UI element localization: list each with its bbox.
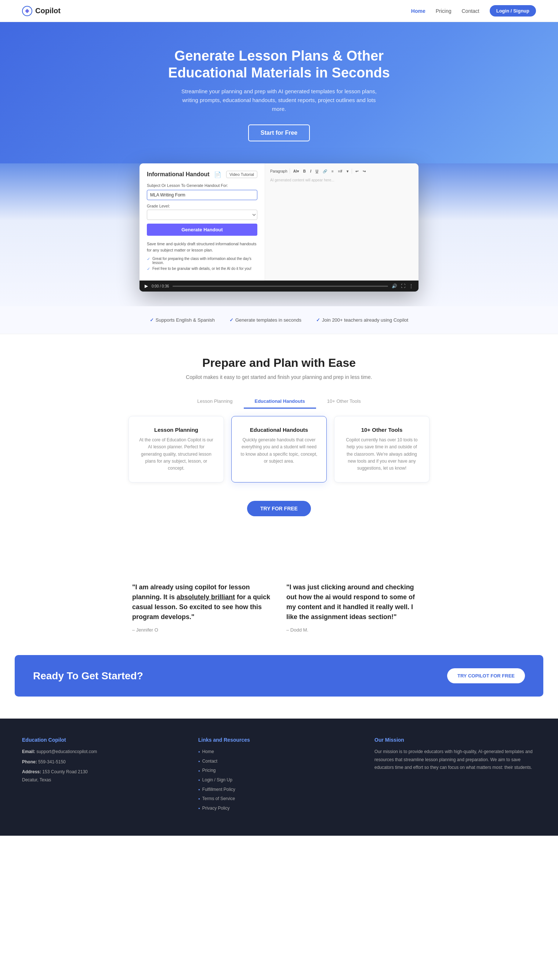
testimonial-1: "I am already using copilot for lesson p… — [132, 582, 272, 633]
prepare-subtitle: Copilot makes it easy to get started and… — [15, 374, 543, 380]
video-controls: 🔊 ⛶ ⋮ — [392, 284, 414, 289]
try-btn-wrap: TRY FOR FREE — [15, 497, 543, 538]
toolbar-list-ol[interactable]: ≡# — [337, 169, 343, 174]
footer-links-list: Home Contact Pricing Login / Sign Up Ful… — [198, 748, 360, 812]
hero-subtitle: Streamline your planning and prep with A… — [178, 87, 380, 113]
play-button[interactable]: ▶ — [144, 284, 148, 289]
hero-title: Generate Lesson Plans & Other Educationa… — [160, 48, 398, 81]
brand-name: Copilot — [35, 7, 61, 15]
toolbar-paragraph: Paragraph — [270, 169, 287, 173]
testimonial-2-quote: "I was just clicking around and checking… — [286, 582, 426, 622]
testimonial-1-author: – Jennifer O — [132, 627, 158, 633]
card-2-desc: Quickly generate handouts that cover eve… — [240, 437, 318, 465]
card-2-title: Educational Handouts — [240, 427, 318, 433]
card-lesson-planning: Lesson Planning At the core of Education… — [128, 416, 224, 483]
video-bar: ▶ 0:00 / 0:36 🔊 ⛶ ⋮ — [140, 281, 419, 292]
tick-2: ✓ — [230, 317, 233, 323]
footer-address: Address: 153 County Road 2130Decatur, Te… — [22, 768, 184, 784]
toolbar-italic[interactable]: I — [309, 169, 312, 174]
tab-educational-handouts[interactable]: Educational Handouts — [244, 395, 316, 409]
video-section: Informational Handout 📄 Video Tutorial S… — [0, 163, 558, 306]
tabs-row: Lesson Planning Educational Handouts 10+… — [15, 395, 543, 409]
more-options-icon[interactable]: ⋮ — [409, 284, 414, 289]
nav-home[interactable]: Home — [411, 8, 425, 14]
cta-banner: Ready To Get Started? TRY COPILOT FOR FR… — [15, 655, 543, 696]
subject-label: Subject Or Lesson To Generate Handout Fo… — [147, 183, 257, 188]
editor-toolbar: Paragraph AI▾ B I U 🔗 ≡ ≡# ▾ ↩ ↪ — [270, 169, 414, 174]
toolbar-align[interactable]: ▾ — [345, 169, 350, 174]
try-for-free-button[interactable]: TRY FOR FREE — [247, 501, 311, 516]
tab-lesson-planning[interactable]: Lesson Planning — [186, 395, 243, 409]
footer-col1-title: Education Copilot — [22, 737, 184, 743]
toolbar-link[interactable]: 🔗 — [322, 169, 328, 174]
video-left-panel: Informational Handout 📄 Video Tutorial S… — [140, 163, 265, 281]
phone-value: 559-341-5150 — [38, 759, 66, 765]
toolbar-sep-1 — [290, 169, 290, 174]
footer-col-1: Education Copilot Email: support@educati… — [22, 737, 184, 814]
navbar: Copilot Home Pricing Contact Login / Sig… — [0, 0, 558, 22]
testimonial-2: "I was just clicking around and checking… — [286, 582, 426, 633]
video-left-title: Informational Handout 📄 Video Tutorial — [147, 171, 257, 178]
toolbar-redo[interactable]: ↪ — [362, 169, 367, 174]
check-text-1: Great for preparing the class with infor… — [153, 257, 257, 265]
toolbar-list-ul[interactable]: ≡ — [330, 169, 335, 174]
check-icon-1: ✓ — [147, 257, 150, 261]
editor-content: AI generated content will appear here... — [270, 177, 414, 183]
footer-col2-title: Links and Resources — [198, 737, 360, 743]
footer-mission-text: Our mission is to provide educators with… — [374, 748, 536, 772]
start-free-button[interactable]: Start for Free — [248, 125, 310, 141]
toolbar-ai[interactable]: AI▾ — [292, 169, 300, 174]
footer-email: Email: support@educationcopilot.com — [22, 748, 184, 756]
email-value: support@educationcopilot.com — [36, 749, 97, 754]
generate-handout-button[interactable]: Generate Handout — [147, 223, 257, 236]
toolbar-undo[interactable]: ↩ — [354, 169, 359, 174]
footer: Education Copilot Email: support@educati… — [0, 719, 558, 836]
cta-title: Ready To Get Started? — [33, 670, 143, 682]
tick-1: ✓ — [150, 317, 154, 323]
check-text-2: Feel free to be granular with details, o… — [153, 267, 251, 271]
footer-phone: Phone: 559-341-5150 — [22, 758, 184, 766]
subject-input[interactable] — [147, 190, 257, 200]
card-other-tools: 10+ Other Tools Copilot currently has ov… — [334, 416, 430, 483]
tab-other-tools[interactable]: 10+ Other Tools — [316, 395, 372, 409]
try-copilot-button[interactable]: TRY COPILOT FOR FREE — [447, 668, 525, 683]
address-label: Address: — [22, 769, 41, 774]
grade-label: Grade Level: — [147, 204, 257, 208]
footer-link-terms: Terms of Service — [198, 795, 360, 803]
card-3-title: 10+ Other Tools — [343, 427, 420, 433]
features-list: ✓ Supports English & Spanish ✓ Generate … — [7, 317, 551, 323]
check-item-2: ✓ Feel free to be granular with details,… — [147, 267, 257, 271]
footer-link-privacy: Privacy Policy — [198, 804, 360, 813]
footer-link-pricing: Pricing — [198, 767, 360, 775]
toolbar-underline[interactable]: U — [315, 169, 319, 174]
toolbar-bold[interactable]: B — [302, 169, 307, 174]
footer-link-login: Login / Sign Up — [198, 776, 360, 784]
video-tutorial-button[interactable]: Video Tutorial — [226, 171, 257, 178]
login-signup-button[interactable]: Login / Signup — [490, 5, 536, 16]
footer-link-home: Home — [198, 748, 360, 756]
toolbar-sep-2 — [352, 169, 352, 174]
handout-description: Save time and quickly draft structured i… — [147, 241, 257, 253]
card-1-title: Lesson Planning — [138, 427, 215, 433]
video-container: Informational Handout 📄 Video Tutorial S… — [140, 163, 419, 292]
card-1-desc: At the core of Education Copilot is our … — [138, 437, 215, 472]
prepare-title: Prepare and Plan with Ease — [15, 356, 543, 370]
grade-select[interactable]: K-2 3-5 6-8 9-12 — [147, 210, 257, 220]
video-inner: Informational Handout 📄 Video Tutorial S… — [140, 163, 419, 281]
footer-col-2: Links and Resources Home Contact Pricing… — [198, 737, 360, 814]
volume-icon[interactable]: 🔊 — [392, 284, 397, 289]
check-icon-2: ✓ — [147, 267, 150, 271]
nav-pricing[interactable]: Pricing — [436, 8, 451, 14]
footer-col3-title: Our Mission — [374, 737, 536, 743]
nav-contact[interactable]: Contact — [461, 8, 479, 14]
progress-bar[interactable] — [172, 286, 388, 287]
footer-col-3: Our Mission Our mission is to provide ed… — [374, 737, 536, 814]
tick-3: ✓ — [316, 317, 320, 323]
testimonial-2-author: – Dodd M. — [286, 627, 309, 633]
fullscreen-icon[interactable]: ⛶ — [401, 284, 405, 289]
card-educational-handouts: Educational Handouts Quickly generate ha… — [231, 416, 327, 483]
nav-links: Home Pricing Contact Login / Signup — [411, 5, 536, 16]
testimonials-section: "I am already using copilot for lesson p… — [0, 560, 558, 655]
prepare-section: Prepare and Plan with Ease Copilot makes… — [0, 334, 558, 560]
brand-logo[interactable]: Copilot — [22, 6, 61, 16]
